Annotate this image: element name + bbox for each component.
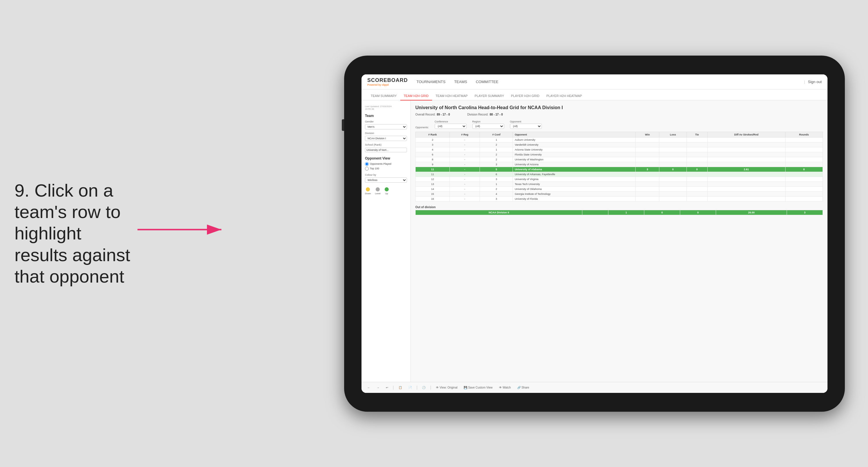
col-conf: # Conf: [480, 132, 513, 137]
rounds-cell: [785, 137, 823, 142]
grid-area: University of North Carolina Head-to-Hea…: [411, 100, 828, 382]
nav-committee[interactable]: COMMITTEE: [476, 79, 498, 85]
table-row[interactable]: 11-5University of Alabama3002.618: [415, 167, 823, 172]
table-row[interactable]: 3-2Vanderbilt University: [415, 142, 823, 147]
reg-cell: -: [450, 186, 480, 192]
radio-opponents-played[interactable]: Opponents Played: [365, 162, 407, 166]
loss-cell: [659, 157, 687, 162]
tab-player-h2h-grid[interactable]: PLAYER H2H GRID: [508, 94, 543, 100]
undo-btn[interactable]: ←: [366, 385, 372, 390]
rank-cell: 13: [415, 181, 450, 186]
bottom-toolbar: ← → ↩ | 📋 📄 | 🕐 | 👁 View: Original 💾 Sav…: [362, 382, 828, 393]
rounds-cell: [785, 157, 823, 162]
col-win: Win: [636, 132, 659, 137]
out-of-division-table: NCAA Division II 1 0 0 26.00 3: [415, 210, 823, 215]
tab-player-h2h-heatmap[interactable]: PLAYER H2H HEATMAP: [543, 94, 586, 100]
tab-player-summary[interactable]: PLAYER SUMMARY: [471, 94, 508, 100]
legend-level: Level: [375, 187, 380, 195]
tab-team-summary[interactable]: TEAM SUMMARY: [367, 94, 400, 100]
rounds-cell: [785, 172, 823, 177]
watch-btn[interactable]: 👁 Watch: [497, 385, 513, 390]
table-row[interactable]: 14-2University of Oklahoma: [415, 186, 823, 192]
reg-cell: -: [450, 157, 480, 162]
opponent-select[interactable]: (All): [510, 124, 542, 129]
tie-cell: [686, 137, 707, 142]
loss-cell: [659, 177, 687, 181]
save-custom-btn[interactable]: 💾 Save Custom View: [462, 385, 494, 390]
rank-cell: 15: [415, 192, 450, 196]
tab-team-h2h-heatmap[interactable]: TEAM H2H HEATMAP: [432, 94, 471, 100]
diff-cell: [707, 137, 785, 142]
radio-top100[interactable]: Top 100: [365, 167, 407, 171]
division-label: Division: [365, 132, 407, 135]
legend-up-dot: [385, 187, 389, 192]
col-rank: # Rank: [415, 132, 450, 137]
conf-cell: 2: [480, 152, 513, 157]
table-row[interactable]: 16-3University of Florida: [415, 196, 823, 201]
sidebar: Last Updated: 27/03/2024 16:55:38 Team G…: [362, 100, 411, 382]
rounds-cell: [785, 142, 823, 147]
win-cell: [636, 196, 659, 201]
rank-cell: 9: [415, 162, 450, 167]
sub-nav: TEAM SUMMARY TEAM H2H GRID TEAM H2H HEAT…: [362, 89, 828, 100]
table-row[interactable]: 9-3University of Arizona: [415, 162, 823, 167]
back-btn[interactable]: ↩: [384, 385, 390, 390]
sidebar-team-title: Team: [365, 114, 407, 118]
tie-cell: [686, 162, 707, 167]
nav-teams[interactable]: TEAMS: [454, 79, 467, 85]
loss-cell: [659, 147, 687, 152]
table-row[interactable]: 4-1Arizona State University: [415, 147, 823, 152]
ood-loss: 0: [644, 210, 680, 215]
table-row[interactable]: 12-3University of Virginia: [415, 177, 823, 181]
gender-label: Gender: [365, 120, 407, 123]
gender-select[interactable]: Men's: [365, 124, 407, 129]
rounds-cell: [785, 177, 823, 181]
col-tie: Tie: [686, 132, 707, 137]
reg-cell: -: [450, 196, 480, 201]
win-cell: [636, 172, 659, 177]
reg-cell: -: [450, 142, 480, 147]
rank-cell: 14: [415, 186, 450, 192]
copy-btn[interactable]: 📋: [397, 385, 404, 390]
nav-items: TOURNAMENTS TEAMS COMMITTEE: [416, 79, 804, 85]
opponent-view-title: Opponent View: [365, 156, 407, 160]
table-row[interactable]: 13-1Texas Tech University: [415, 181, 823, 186]
sep1: |: [393, 385, 394, 390]
tab-team-h2h-grid[interactable]: TEAM H2H GRID: [400, 94, 432, 100]
division-name: NCAA Division II: [415, 210, 582, 215]
save-icon: 💾: [464, 386, 467, 389]
opponent-cell: Arizona State University: [513, 147, 636, 152]
table-row[interactable]: 2-1Auburn University: [415, 137, 823, 142]
colour-by-select[interactable]: Win/loss: [365, 177, 407, 183]
opponent-cell: University of Virginia: [513, 177, 636, 181]
share-btn[interactable]: 🔗 Share: [516, 385, 531, 390]
sign-out-link[interactable]: Sign out: [808, 80, 822, 84]
rank-cell: 11: [415, 167, 450, 172]
out-of-division-row[interactable]: NCAA Division II 1 0 0 26.00 3: [415, 210, 823, 215]
redo-btn[interactable]: →: [375, 385, 381, 390]
region-select[interactable]: (All): [472, 124, 504, 129]
view-original-btn[interactable]: 👁 View: Original: [434, 385, 459, 390]
diff-cell: [707, 147, 785, 152]
conference-filter: Conference (All): [435, 120, 467, 129]
diff-cell: [707, 142, 785, 147]
loss-cell: 0: [659, 167, 687, 172]
table-row[interactable]: 8-2University of Washington: [415, 157, 823, 162]
nav-tournaments[interactable]: TOURNAMENTS: [416, 79, 445, 85]
rounds-cell: [785, 196, 823, 201]
division-select[interactable]: NCAA Division I: [365, 136, 407, 141]
school-input[interactable]: [365, 148, 407, 152]
table-row[interactable]: 11-6University of Arkansas, Fayetteville: [415, 172, 823, 177]
table-row[interactable]: 15-4Georgia Institute of Technology: [415, 192, 823, 196]
loss-cell: [659, 172, 687, 177]
reg-cell: -: [450, 177, 480, 181]
rounds-cell: [785, 186, 823, 192]
win-cell: [636, 137, 659, 142]
tablet-screen: SCOREBOARD Powered by clippd TOURNAMENTS…: [362, 75, 828, 393]
clock-btn[interactable]: 🕐: [420, 385, 427, 390]
rank-cell: 16: [415, 196, 450, 201]
loss-cell: [659, 192, 687, 196]
conference-select[interactable]: (All): [435, 124, 467, 129]
paste-btn[interactable]: 📄: [407, 385, 413, 390]
table-row[interactable]: 6-2Florida State University: [415, 152, 823, 157]
